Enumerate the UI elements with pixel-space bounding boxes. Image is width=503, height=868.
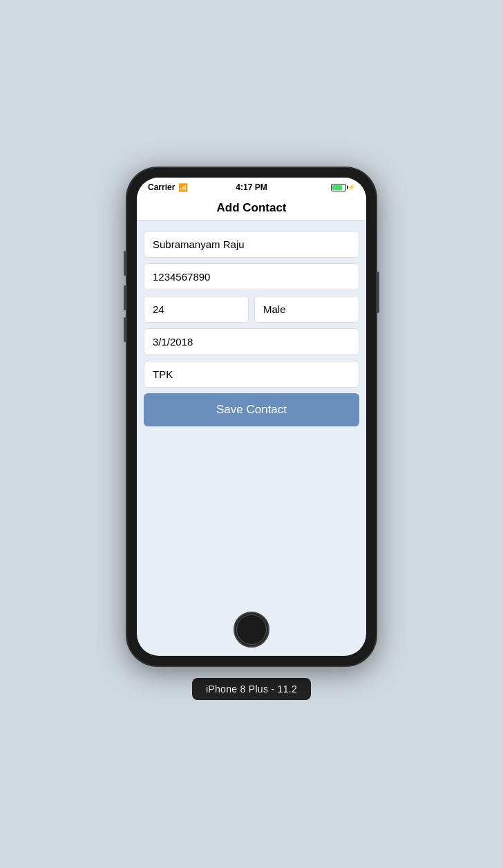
nav-bar: Add Contact <box>137 196 366 221</box>
battery-body <box>331 184 346 191</box>
carrier-label: Carrier <box>148 182 175 192</box>
home-button-inner <box>236 614 267 645</box>
content-area: Save Contact <box>137 221 366 605</box>
phone-body: Carrier 📶 4:17 PM ⚡ Add Contact <box>127 168 376 666</box>
status-time: 4:17 PM <box>236 182 267 192</box>
bolt-icon: ⚡ <box>348 184 355 191</box>
status-right: ⚡ <box>331 184 355 191</box>
date-input[interactable] <box>144 328 359 355</box>
screen: Carrier 📶 4:17 PM ⚡ Add Contact <box>137 178 366 656</box>
home-button[interactable] <box>234 612 269 648</box>
status-bar: Carrier 📶 4:17 PM ⚡ <box>137 178 366 196</box>
wifi-icon: 📶 <box>178 183 188 192</box>
save-contact-button[interactable]: Save Contact <box>144 393 359 426</box>
home-bar <box>137 605 366 656</box>
battery-indicator: ⚡ <box>331 184 355 191</box>
device-label: iPhone 8 Plus - 11.2 <box>192 678 311 700</box>
nav-title: Add Contact <box>216 201 286 214</box>
phone-wrapper: Carrier 📶 4:17 PM ⚡ Add Contact <box>127 168 376 700</box>
gender-input[interactable] <box>254 296 359 323</box>
age-gender-row <box>144 296 359 323</box>
name-input[interactable] <box>144 231 359 258</box>
city-input[interactable] <box>144 361 359 388</box>
phone-input[interactable] <box>144 263 359 290</box>
age-input[interactable] <box>144 296 249 323</box>
battery-fill <box>332 185 342 190</box>
status-left: Carrier 📶 <box>148 182 188 192</box>
